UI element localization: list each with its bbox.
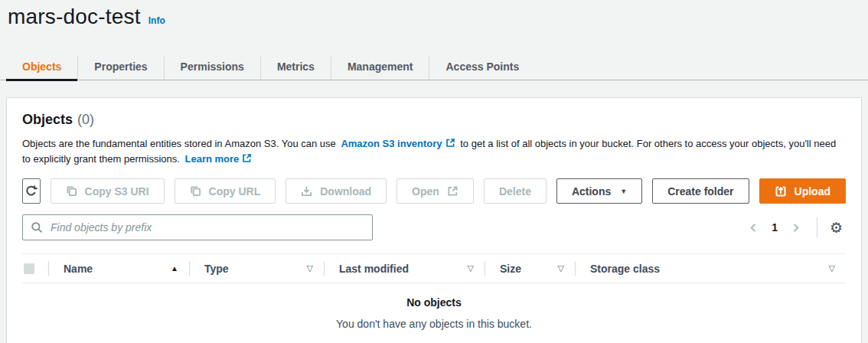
refresh-icon: [24, 185, 38, 198]
panel-description: Objects are the fundamental entities sto…: [22, 136, 846, 167]
sort-icon[interactable]: ▽: [558, 263, 564, 273]
delete-button[interactable]: Delete: [484, 178, 547, 204]
tab-permissions[interactable]: Permissions: [164, 57, 260, 80]
empty-state-title: No objects: [22, 296, 846, 309]
tab-management[interactable]: Management: [331, 57, 429, 80]
search-row: 1 ⚙: [22, 214, 846, 240]
page-header: mars-doc-test Info: [0, 0, 868, 29]
panel-title: Objects (0): [22, 112, 846, 128]
chevron-down-icon: ▼: [620, 188, 627, 195]
select-all-checkbox[interactable]: [24, 263, 34, 274]
objects-panel: Objects (0) Objects are the fundamental …: [6, 97, 862, 343]
empty-state: No objects You don't have any objects in…: [22, 283, 846, 330]
previous-page-button[interactable]: [743, 219, 764, 237]
info-link[interactable]: Info: [148, 15, 165, 26]
select-all-cell: [22, 263, 48, 274]
current-page[interactable]: 1: [764, 221, 785, 234]
bucket-title: mars-doc-test: [8, 5, 141, 29]
search-box: [22, 214, 373, 240]
object-count: (0): [77, 112, 94, 128]
tab-properties[interactable]: Properties: [77, 57, 163, 80]
empty-state-message: You don't have any objects in this bucke…: [22, 318, 846, 330]
column-header-last-modified[interactable]: Last modified ▽: [324, 254, 485, 283]
column-header-storage-class[interactable]: Storage class ▽: [575, 254, 846, 283]
open-button[interactable]: Open: [396, 178, 474, 204]
sort-icon[interactable]: ▽: [468, 263, 474, 273]
preferences-gear-button[interactable]: ⚙: [827, 219, 846, 237]
tab-metrics[interactable]: Metrics: [260, 57, 331, 80]
copy-s3-uri-button[interactable]: Copy S3 URI: [51, 178, 165, 204]
upload-icon: [775, 185, 787, 198]
chevron-left-icon: [748, 222, 759, 234]
external-link-icon: [242, 153, 252, 163]
open-external-icon: [447, 185, 458, 197]
create-folder-button[interactable]: Create folder: [652, 178, 749, 204]
download-icon: [301, 185, 312, 197]
chevron-right-icon: [790, 222, 801, 234]
download-button[interactable]: Download: [286, 178, 387, 204]
s3-inventory-link[interactable]: Amazon S3 inventory: [341, 138, 455, 149]
copy-icon: [190, 185, 201, 197]
column-header-type[interactable]: Type ▽: [189, 254, 324, 283]
copy-url-button[interactable]: Copy URL: [175, 178, 276, 204]
objects-toolbar: Copy S3 URI Copy URL Download Open Delet…: [22, 178, 846, 204]
sort-icon[interactable]: ▽: [829, 263, 835, 273]
upload-button[interactable]: Upload: [759, 178, 846, 204]
search-icon: [31, 221, 43, 234]
sort-icon[interactable]: ▽: [307, 263, 313, 273]
tab-bar: Objects Properties Permissions Metrics M…: [0, 57, 868, 80]
column-header-name[interactable]: Name ▲: [48, 254, 189, 283]
refresh-button[interactable]: [22, 178, 41, 204]
actions-dropdown-button[interactable]: Actions ▼: [556, 178, 642, 204]
column-header-size[interactable]: Size ▽: [485, 254, 575, 283]
pagination: 1 ⚙: [743, 217, 846, 237]
sort-ascending-icon[interactable]: ▲: [171, 264, 178, 273]
next-page-button[interactable]: [785, 219, 806, 237]
copy-icon: [66, 185, 77, 197]
description-text: Objects are the fundamental entities sto…: [22, 138, 336, 149]
external-link-icon: [445, 138, 455, 148]
learn-more-link[interactable]: Learn more: [185, 153, 253, 165]
panel-heading: Objects: [22, 112, 73, 128]
tab-access-points[interactable]: Access Points: [429, 57, 535, 80]
objects-table-header: Name ▲ Type ▽ Last modified ▽ Size ▽ Sto…: [22, 253, 846, 283]
tab-objects[interactable]: Objects: [6, 57, 77, 80]
divider: [817, 217, 817, 237]
search-input[interactable]: [22, 214, 373, 240]
